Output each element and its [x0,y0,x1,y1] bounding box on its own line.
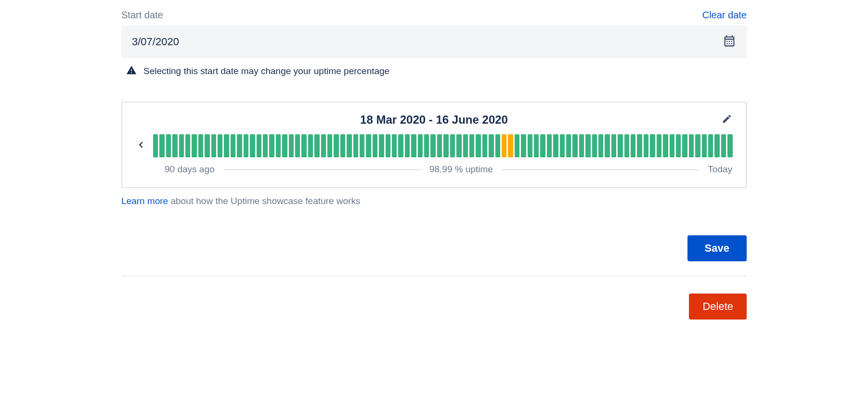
uptime-bar[interactable] [205,134,209,157]
uptime-bar[interactable] [572,134,577,157]
uptime-bar[interactable] [631,134,635,157]
uptime-bar[interactable] [301,134,306,157]
uptime-bar[interactable] [308,134,313,157]
uptime-bar[interactable] [340,134,345,157]
uptime-bar[interactable] [644,134,648,157]
edit-icon[interactable] [722,114,732,126]
uptime-bar[interactable] [244,134,248,157]
uptime-bar[interactable] [386,134,390,157]
uptime-bar[interactable] [560,134,565,157]
clear-date-link[interactable]: Clear date [702,10,747,21]
uptime-bar[interactable] [714,134,719,157]
uptime-bar[interactable] [392,134,397,157]
uptime-bar[interactable] [192,134,196,157]
uptime-bar[interactable] [495,134,500,157]
save-button[interactable]: Save [687,235,747,261]
uptime-bar[interactable] [618,134,622,157]
uptime-bar[interactable] [257,134,261,157]
uptime-bar[interactable] [263,134,268,157]
uptime-bar[interactable] [676,134,681,157]
uptime-bar[interactable] [353,134,358,157]
uptime-bar[interactable] [605,134,609,157]
uptime-bar[interactable] [398,134,403,157]
uptime-bar[interactable] [592,134,597,157]
uptime-bar[interactable] [521,134,526,157]
uptime-bar[interactable] [670,134,674,157]
uptime-bar[interactable] [624,134,629,157]
uptime-bar[interactable] [689,134,694,157]
uptime-bar[interactable] [418,134,423,157]
uptime-bar[interactable] [534,134,539,157]
delete-button[interactable]: Delete [689,294,747,320]
uptime-bar[interactable] [295,134,300,157]
uptime-bar[interactable] [327,134,332,157]
uptime-bar[interactable] [456,134,461,157]
uptime-bar[interactable] [405,134,410,157]
uptime-bar[interactable] [598,134,603,157]
uptime-bar[interactable] [650,134,655,157]
uptime-bar[interactable] [540,134,545,157]
uptime-bar[interactable] [585,134,590,157]
chevron-left-icon[interactable] [136,140,146,152]
learn-more-link[interactable]: Learn more [121,196,168,206]
uptime-bar[interactable] [411,134,416,157]
uptime-bar[interactable] [566,134,571,157]
uptime-bar[interactable] [218,134,222,157]
uptime-bar[interactable] [347,134,351,157]
uptime-bar[interactable] [321,134,326,157]
uptime-bar[interactable] [231,134,235,157]
section-divider [121,276,747,276]
uptime-bar[interactable] [508,134,513,157]
uptime-bar[interactable] [476,134,480,157]
uptime-bar[interactable] [237,134,242,157]
uptime-bar[interactable] [211,134,216,157]
start-date-input[interactable]: 3/07/2020 [121,26,747,58]
uptime-bar[interactable] [547,134,552,157]
uptime-bar[interactable] [224,134,229,157]
uptime-bar[interactable] [373,134,377,157]
uptime-bar[interactable] [637,134,642,157]
uptime-bar[interactable] [727,134,732,157]
uptime-bar[interactable] [166,134,171,157]
uptime-bar[interactable] [179,134,184,157]
uptime-bar[interactable] [515,134,519,157]
uptime-bar[interactable] [334,134,338,157]
uptime-bar[interactable] [553,134,558,157]
uptime-bar[interactable] [282,134,287,157]
uptime-bar[interactable] [528,134,532,157]
uptime-bar[interactable] [708,134,713,157]
uptime-bar[interactable] [450,134,455,157]
uptime-bar[interactable] [276,134,281,157]
uptime-bar[interactable] [198,134,203,157]
uptime-bar[interactable] [443,134,448,157]
uptime-bar[interactable] [172,134,177,157]
uptime-bar[interactable] [502,134,506,157]
uptime-bar[interactable] [424,134,429,157]
uptime-bar[interactable] [489,134,493,157]
start-date-value: 3/07/2020 [132,36,179,48]
uptime-bar[interactable] [269,134,274,157]
uptime-bar[interactable] [153,134,158,157]
uptime-bar[interactable] [366,134,371,157]
uptime-bar[interactable] [437,134,442,157]
uptime-bar[interactable] [289,134,294,157]
uptime-bar[interactable] [657,134,661,157]
uptime-bar[interactable] [379,134,384,157]
uptime-bar[interactable] [185,134,190,157]
uptime-bar[interactable] [721,134,726,157]
uptime-bar[interactable] [430,134,435,157]
uptime-bar[interactable] [360,134,364,157]
uptime-bar[interactable] [702,134,707,157]
calendar-icon[interactable] [723,34,736,50]
uptime-bar[interactable] [682,134,687,157]
uptime-bar[interactable] [611,134,616,157]
uptime-bar[interactable] [314,134,319,157]
uptime-bar[interactable] [463,134,468,157]
uptime-bar[interactable] [695,134,700,157]
uptime-bar[interactable] [469,134,474,157]
uptime-bar[interactable] [482,134,487,157]
uptime-bar[interactable] [159,134,164,157]
uptime-bar[interactable] [663,134,668,157]
uptime-bar[interactable] [250,134,255,157]
uptime-bar[interactable] [579,134,584,157]
